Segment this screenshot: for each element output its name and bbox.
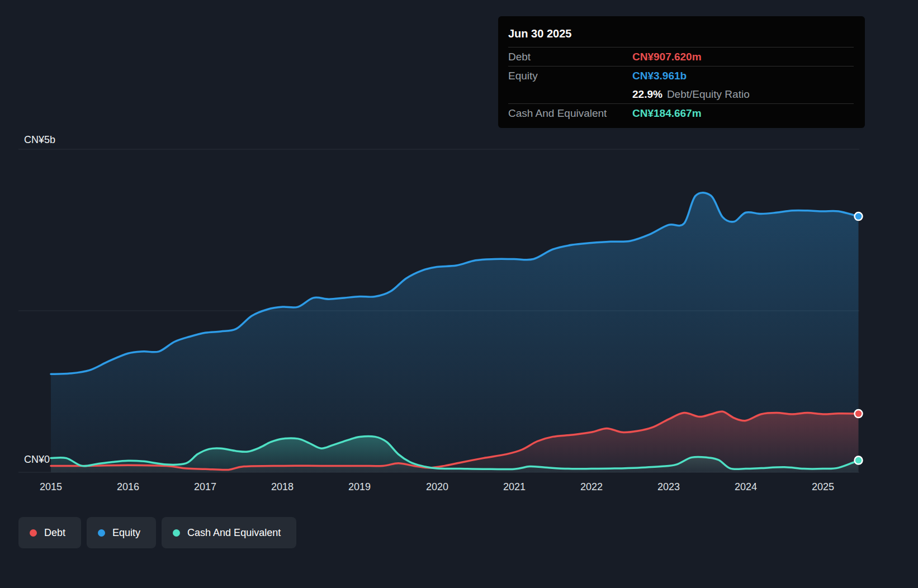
debt-equity-history-chart: { "colors": { "debt": "#eb4f4f", "equity…	[0, 0, 918, 588]
tooltip-ratio-label: Debt/Equity Ratio	[667, 88, 750, 101]
tooltip-row-equity: Equity CN¥3.961b	[508, 67, 854, 85]
tooltip-row-cash: Cash And Equivalent CN¥184.667m	[508, 104, 854, 122]
legend-cash-label: Cash And Equivalent	[187, 527, 281, 539]
x-axis-label-2015: 2015	[40, 481, 62, 493]
debt-legend-dot-icon	[30, 529, 37, 537]
legend-item-equity[interactable]: Equity	[87, 517, 156, 548]
cash-and-equivalent-end-marker-icon	[855, 457, 863, 464]
tooltip-debt-value: CN¥907.620m	[632, 51, 702, 63]
x-axis-label-2018: 2018	[271, 481, 294, 493]
chart-tooltip: Jun 30 2025 Debt CN¥907.620m Equity CN¥3…	[498, 16, 865, 128]
x-axis-label-2022: 2022	[580, 481, 603, 493]
tooltip-cash-value: CN¥184.667m	[632, 107, 702, 120]
x-axis-label-2023: 2023	[657, 481, 680, 493]
tooltip-equity-label: Equity	[508, 70, 632, 82]
chart-legend: Debt Equity Cash And Equivalent	[18, 517, 296, 548]
x-axis-label-2019: 2019	[348, 481, 371, 493]
tooltip-equity-value: CN¥3.961b	[632, 70, 687, 82]
legend-item-debt[interactable]: Debt	[18, 517, 81, 548]
legend-equity-label: Equity	[112, 527, 140, 539]
legend-item-cash[interactable]: Cash And Equivalent	[162, 517, 296, 548]
tooltip-row-ratio: 22.9% Debt/Equity Ratio	[508, 85, 854, 104]
legend-debt-label: Debt	[44, 527, 65, 539]
y-axis-label-zero: CN¥0	[24, 454, 50, 466]
tooltip-cash-label: Cash And Equivalent	[508, 107, 632, 120]
x-axis-label-2017: 2017	[194, 481, 216, 493]
equity-end-marker-icon	[855, 212, 863, 220]
equity-legend-dot-icon	[98, 529, 105, 537]
tooltip-debt-label: Debt	[508, 51, 632, 63]
x-axis-label-2021: 2021	[503, 481, 526, 493]
debt-end-marker-icon	[855, 410, 863, 418]
x-axis-label-2020: 2020	[426, 481, 448, 493]
tooltip-row-debt: Debt CN¥907.620m	[508, 48, 854, 67]
cash-legend-dot-icon	[173, 529, 180, 537]
x-axis-label-2016: 2016	[117, 481, 139, 493]
tooltip-ratio-value: 22.9%	[632, 88, 663, 101]
x-axis-label-2024: 2024	[735, 481, 757, 493]
x-axis-label-2025: 2025	[812, 481, 834, 493]
y-axis-label-max: CN¥5b	[24, 134, 55, 146]
tooltip-date: Jun 30 2025	[508, 23, 854, 48]
